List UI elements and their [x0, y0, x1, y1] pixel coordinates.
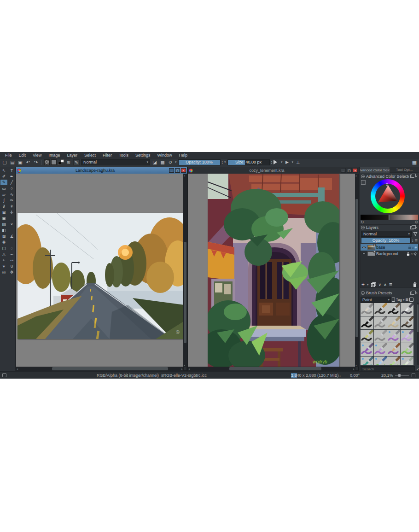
undo-icon[interactable]: ↶	[25, 159, 31, 165]
landscape-artwork[interactable]: ⓦ	[17, 213, 184, 339]
size-slider[interactable]: Size: 40,00 px	[227, 159, 270, 165]
tool-freehand-brush[interactable]: ✎	[0, 180, 7, 185]
tool-freehand-path[interactable]: ✑	[8, 198, 15, 203]
selection-mode-icon[interactable]	[2, 373, 6, 377]
layer-opacity-spinner[interactable]: ▴▾	[412, 239, 413, 242]
layer-filter-icon[interactable]	[413, 232, 418, 236]
storage-icon[interactable]	[409, 298, 413, 302]
eraser-mode-icon[interactable]: ◪	[151, 159, 158, 165]
open-document-icon[interactable]: ▤	[9, 159, 16, 165]
brush-preset-blob-purple[interactable]	[361, 343, 373, 356]
gear-icon[interactable]	[413, 252, 417, 256]
menu-item-view[interactable]: View	[29, 152, 45, 158]
float-icon[interactable]	[410, 226, 414, 229]
tool-polyline[interactable]: ∿	[8, 192, 15, 197]
tool-crop[interactable]: ▣	[0, 216, 7, 221]
brush-preset-ink-brush[interactable]	[387, 303, 400, 316]
menu-item-help[interactable]: Help	[176, 152, 191, 158]
layer-properties-button[interactable]: ≡	[389, 281, 392, 288]
brush-editor-icon[interactable]: ✎	[73, 159, 80, 165]
float-icon[interactable]	[410, 175, 414, 178]
zoom-level[interactable]: 20,1%	[381, 373, 393, 378]
tool-pan[interactable]: ✥	[8, 269, 15, 275]
menu-item-layer[interactable]: Layer	[64, 152, 81, 158]
opacity-spinner[interactable]: ▴▾	[222, 160, 223, 164]
lock-icon[interactable]	[407, 252, 410, 256]
preset-scrollbar[interactable]	[417, 303, 419, 365]
menu-item-file[interactable]: File	[2, 152, 15, 158]
shade-selector[interactable]	[361, 215, 418, 220]
brush-preset-grass-brush[interactable]	[387, 357, 400, 365]
duplicate-layer-button[interactable]	[371, 282, 376, 287]
layers-header[interactable]: Layers ×	[360, 224, 419, 230]
fit-page-icon[interactable]	[412, 374, 415, 377]
tool-smart-patch[interactable]: ✚	[0, 240, 7, 245]
tool-rectangle[interactable]: ▭	[0, 186, 7, 191]
redo-icon[interactable]: ↷	[33, 159, 39, 165]
horizontal-scrollbar[interactable]: ◂ ▸	[188, 367, 355, 371]
wrap-around-icon[interactable]: ▶	[284, 159, 291, 165]
pan-mode-icon[interactable]: ↔	[338, 373, 342, 378]
chevron-down-icon[interactable]: ▾	[292, 160, 294, 164]
brush-preset-smudge-black[interactable]	[361, 316, 373, 329]
tool-contiguous-select[interactable]: ∗	[0, 263, 7, 269]
layer-visibility-icon[interactable]	[361, 252, 367, 256]
tool-assistants[interactable]: ⊠	[0, 234, 7, 239]
menu-item-window[interactable]: Window	[154, 152, 175, 158]
tool-ellipse-select[interactable]: ◌	[8, 246, 15, 251]
canvas-viewport-tenement[interactable]: 11₂	[188, 174, 359, 371]
menu-item-filter[interactable]: Filter	[99, 152, 115, 158]
reload-preset-icon[interactable]: ↺	[167, 159, 174, 165]
brush-preset-teal-blob[interactable]	[361, 357, 373, 365]
brush-preset-ink-fine[interactable]	[374, 303, 387, 316]
move-layer-up-button[interactable]: ∧	[384, 282, 387, 287]
new-document-icon[interactable]: ▢	[1, 159, 8, 165]
maximize-icon[interactable]: ▢	[347, 168, 352, 173]
trim-icon[interactable]: ⊥	[295, 159, 301, 165]
maximize-icon[interactable]: ▢	[175, 168, 180, 173]
save-icon[interactable]: ▣	[17, 159, 23, 165]
zoom-slider[interactable]	[395, 375, 409, 376]
tool-bezier-curve[interactable]: ∫	[0, 198, 7, 203]
brush-preset-knife-paint[interactable]	[374, 343, 387, 356]
tool-magnetic-select[interactable]: ∪	[8, 263, 15, 269]
brush-preset-soft-moss[interactable]	[401, 357, 413, 365]
brush-preset-stamp-round[interactable]	[387, 316, 400, 329]
brush-preset-pencil-gray[interactable]	[361, 303, 373, 316]
inherit-alpha-icon[interactable]: ◈	[415, 246, 417, 249]
tool-gradient-edit[interactable]: ▨	[0, 222, 7, 227]
tool-move[interactable]: ✛	[8, 210, 15, 215]
color-selector-settings-icon[interactable]	[361, 180, 366, 185]
tool-ellipse[interactable]: ○	[8, 186, 15, 191]
tool-freehand-select[interactable]: ∽	[8, 251, 15, 257]
tool-transform[interactable]: ⊞	[0, 210, 7, 215]
layer-thumbnail[interactable]: s	[367, 245, 375, 250]
color-history-icon[interactable]: ↻	[361, 220, 364, 224]
brush-preset-smudge-soft[interactable]	[374, 316, 387, 329]
vertical-scrollbar[interactable]: ▴ ▾	[355, 174, 359, 367]
add-layer-button[interactable]: +	[361, 281, 365, 288]
brush-preset-chalk-gray[interactable]	[374, 330, 387, 343]
tenement-artwork[interactable]: 11₂	[208, 174, 339, 368]
menu-item-select[interactable]: Select	[81, 152, 99, 158]
preserve-alpha-icon[interactable]: ▩	[159, 159, 166, 165]
brush-preset-twin-blue[interactable]	[374, 357, 387, 365]
size-spinner[interactable]: ▴▾	[271, 160, 273, 164]
layer-thumbnail[interactable]: s	[367, 251, 375, 256]
float-icon[interactable]	[410, 292, 414, 295]
tool-zoom[interactable]: ◎	[0, 269, 7, 275]
blend-mode-dropdown[interactable]: Normal ▾	[81, 159, 150, 165]
chevron-down-icon[interactable]: ▾	[281, 160, 283, 164]
filter-in-tag-checkbox[interactable]: ✓ Filter in Tag	[416, 367, 419, 371]
tool-similar-select[interactable]: ≈	[0, 257, 7, 263]
layer-options-icon[interactable]: ≡	[415, 238, 418, 243]
tool-polygon[interactable]: ▱	[0, 192, 7, 197]
tool-dynamic-brush[interactable]: ∂	[0, 204, 7, 209]
titlebar-landscape[interactable]: Landscape-raghu.kra – ▢ ×	[16, 167, 187, 174]
brush-preset-olive-sketch[interactable]	[361, 330, 373, 343]
tool-calligraphy[interactable]: ✒	[8, 174, 15, 179]
layer-blend-mode-dropdown[interactable]: Normal ▾	[361, 231, 412, 237]
pattern-chooser-icon[interactable]	[51, 159, 57, 165]
no-color-icon[interactable]: ⊘	[414, 220, 418, 224]
titlebar-tenement[interactable]: cozy_tenement.kra – ▢ ×	[188, 167, 359, 174]
